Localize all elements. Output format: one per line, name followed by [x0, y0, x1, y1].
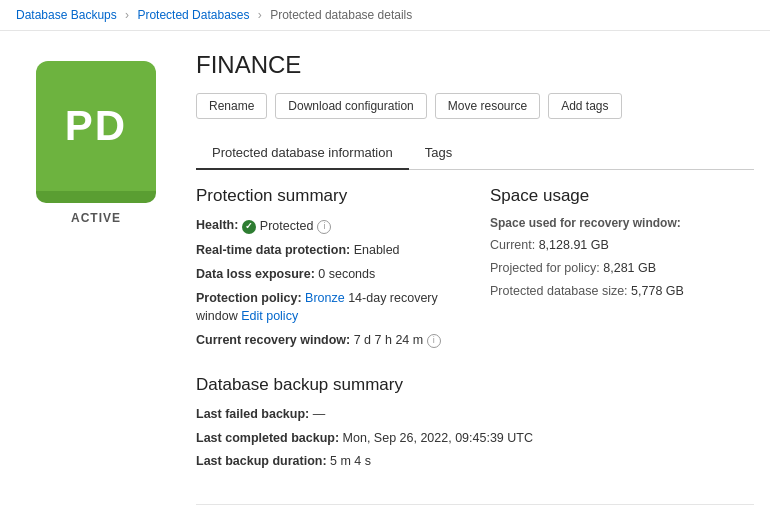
space-recovery-label: Space used for recovery window: — [490, 216, 754, 230]
space-current-row: Current: 8,128.91 GB — [490, 236, 754, 255]
space-projected-value: 8,281 GB — [603, 261, 656, 275]
data-loss-row: Data loss exposure: 0 seconds — [196, 265, 460, 284]
rename-button[interactable]: Rename — [196, 93, 267, 119]
protection-summary-title: Protection summary — [196, 186, 460, 206]
tab-db-info[interactable]: Protected database information — [196, 137, 409, 170]
health-info-icon[interactable]: i — [317, 220, 331, 234]
tabs: Protected database information Tags — [196, 137, 754, 170]
backup-summary-section: Database backup summary Last failed back… — [196, 375, 754, 476]
health-indicator: Protected i — [242, 217, 332, 236]
breadcrumb-link-2[interactable]: Protected Databases — [137, 8, 249, 22]
section-divider — [196, 504, 754, 505]
space-projected-row: Projected for policy: 8,281 GB — [490, 259, 754, 278]
db-icon-text: PD — [65, 102, 127, 150]
policy-label: Protection policy: — [196, 291, 302, 305]
data-loss-value: 0 seconds — [318, 267, 375, 281]
space-dbsize-value: 5,778 GB — [631, 284, 684, 298]
move-resource-button[interactable]: Move resource — [435, 93, 540, 119]
breadcrumb: Database Backups › Protected Databases ›… — [0, 0, 770, 31]
policy-row: Protection policy: Bronze 14-day recover… — [196, 289, 460, 327]
recovery-info-icon[interactable]: i — [427, 334, 441, 348]
rt-protection-row: Real-time data protection: Enabled — [196, 241, 460, 260]
sections-grid: Protection summary Health: Protected i R… — [196, 186, 754, 515]
data-loss-label: Data loss exposure: — [196, 267, 315, 281]
edit-policy-link[interactable]: Edit policy — [241, 309, 298, 323]
backup-summary-title: Database backup summary — [196, 375, 754, 395]
backup-duration-row: Last backup duration: 5 m 4 s — [196, 452, 754, 471]
space-dbsize-label: Protected database size: — [490, 284, 628, 298]
recovery-window-value: 7 d 7 h 24 m — [354, 333, 427, 347]
space-projected-label: Projected for policy: — [490, 261, 600, 275]
space-current-label: Current: — [490, 238, 535, 252]
completed-backup-label: Last completed backup: — [196, 431, 339, 445]
breadcrumb-link-1[interactable]: Database Backups — [16, 8, 117, 22]
rt-protection-value: Enabled — [354, 243, 400, 257]
breadcrumb-sep-2: › — [258, 8, 265, 22]
check-circle-icon — [242, 220, 256, 234]
rt-protection-label: Real-time data protection: — [196, 243, 350, 257]
db-status: ACTIVE — [71, 211, 121, 225]
failed-backup-label: Last failed backup: — [196, 407, 309, 421]
space-dbsize-row: Protected database size: 5,778 GB — [490, 282, 754, 301]
tab-tags[interactable]: Tags — [409, 137, 468, 170]
space-usage-section: Space usage Space used for recovery wind… — [490, 186, 754, 355]
recovery-window-row: Current recovery window: 7 d 7 h 24 m i — [196, 331, 460, 350]
failed-backup-row: Last failed backup: — — [196, 405, 754, 424]
backup-duration-value: 5 m 4 s — [330, 454, 371, 468]
breadcrumb-sep-1: › — [125, 8, 132, 22]
main-layout: PD ACTIVE FINANCE Rename Download config… — [0, 31, 770, 515]
failed-backup-value: — — [313, 407, 326, 421]
right-panel: FINANCE Rename Download configuration Mo… — [196, 51, 754, 515]
health-value: Protected — [260, 217, 314, 236]
protection-summary-section: Protection summary Health: Protected i R… — [196, 186, 460, 355]
space-usage-title: Space usage — [490, 186, 754, 206]
add-tags-button[interactable]: Add tags — [548, 93, 621, 119]
db-icon: PD — [36, 61, 156, 191]
breadcrumb-current: Protected database details — [270, 8, 412, 22]
policy-link[interactable]: Bronze — [305, 291, 345, 305]
health-label: Health: — [196, 218, 238, 232]
download-config-button[interactable]: Download configuration — [275, 93, 426, 119]
recovery-window-label: Current recovery window: — [196, 333, 350, 347]
action-buttons: Rename Download configuration Move resou… — [196, 93, 754, 119]
left-panel: PD ACTIVE — [16, 51, 176, 515]
page-title: FINANCE — [196, 51, 754, 79]
space-current-value: 8,128.91 GB — [539, 238, 609, 252]
health-row: Health: Protected i — [196, 216, 460, 236]
backup-duration-label: Last backup duration: — [196, 454, 327, 468]
completed-backup-row: Last completed backup: Mon, Sep 26, 2022… — [196, 429, 754, 448]
completed-backup-value: Mon, Sep 26, 2022, 09:45:39 UTC — [343, 431, 533, 445]
